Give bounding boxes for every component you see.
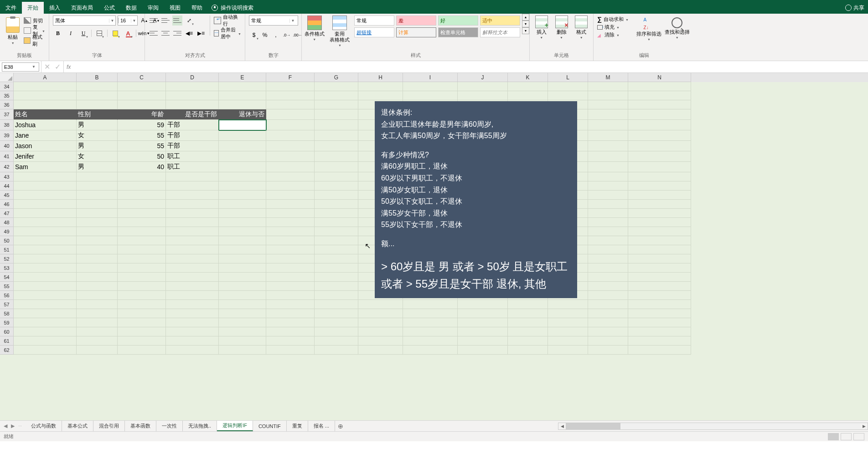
cell[interactable] bbox=[315, 309, 358, 318]
cell[interactable] bbox=[315, 162, 358, 172]
menu-insert[interactable]: 插入 bbox=[44, 2, 66, 14]
cell[interactable] bbox=[628, 218, 691, 227]
cell[interactable] bbox=[588, 218, 628, 227]
fill-color-button[interactable]: ▼ bbox=[110, 28, 120, 38]
cell[interactable] bbox=[166, 336, 219, 346]
cell[interactable]: 男 bbox=[77, 141, 118, 151]
cell[interactable]: 55 bbox=[118, 141, 166, 151]
cell[interactable] bbox=[588, 300, 628, 309]
cell[interactable] bbox=[628, 346, 691, 355]
style-hyperlink[interactable]: 超链接 bbox=[354, 27, 394, 37]
percent-button[interactable]: % bbox=[260, 30, 270, 40]
cell[interactable] bbox=[77, 346, 118, 355]
cell[interactable] bbox=[588, 236, 628, 245]
cell[interactable] bbox=[266, 120, 315, 130]
cell[interactable] bbox=[458, 327, 508, 336]
font-color-button[interactable]: A▼ bbox=[123, 28, 133, 38]
cell[interactable] bbox=[548, 318, 588, 327]
cell[interactable] bbox=[315, 109, 358, 120]
comma-button[interactable]: , bbox=[271, 30, 281, 40]
column-header[interactable]: B bbox=[77, 73, 118, 82]
cell[interactable] bbox=[588, 263, 628, 273]
wrap-text-button[interactable]: 自动换行 bbox=[214, 15, 241, 26]
cell[interactable]: Jason bbox=[14, 141, 77, 151]
cell[interactable] bbox=[219, 151, 266, 162]
column-header[interactable]: F bbox=[266, 73, 315, 82]
cell[interactable] bbox=[219, 309, 266, 318]
menu-review[interactable]: 审阅 bbox=[142, 2, 164, 14]
phonetic-button[interactable]: wén▼ bbox=[139, 28, 149, 38]
cell[interactable] bbox=[403, 309, 458, 318]
cell[interactable] bbox=[219, 130, 266, 141]
cell[interactable] bbox=[628, 109, 691, 120]
cell[interactable]: 59 bbox=[118, 120, 166, 130]
row-header[interactable]: 37 bbox=[0, 109, 14, 120]
cell[interactable]: 职工 bbox=[166, 151, 219, 162]
cell[interactable] bbox=[458, 346, 508, 355]
cell[interactable] bbox=[266, 236, 315, 245]
column-header[interactable]: M bbox=[588, 73, 628, 82]
cell[interactable] bbox=[14, 336, 77, 346]
cell[interactable] bbox=[266, 218, 315, 227]
cell[interactable] bbox=[166, 318, 219, 327]
cell[interactable] bbox=[118, 91, 166, 100]
increase-decimal-button[interactable]: .0→ bbox=[282, 30, 292, 40]
cell[interactable] bbox=[458, 318, 508, 327]
sheet-tab[interactable]: 混合引用 bbox=[93, 421, 125, 431]
cell[interactable]: 干部 bbox=[166, 141, 219, 151]
cell[interactable] bbox=[628, 151, 691, 162]
cell[interactable] bbox=[315, 151, 358, 162]
cell[interactable] bbox=[266, 318, 315, 327]
clear-button[interactable]: 清除▼ bbox=[597, 31, 635, 38]
row-header[interactable]: 38 bbox=[0, 120, 14, 130]
cell[interactable] bbox=[315, 91, 358, 100]
cell[interactable] bbox=[219, 82, 266, 91]
cell[interactable] bbox=[628, 336, 691, 346]
cell[interactable] bbox=[403, 318, 458, 327]
sort-filter-button[interactable]: 排序和筛选▼ bbox=[635, 15, 663, 41]
underline-button[interactable]: U▼ bbox=[78, 28, 88, 38]
column-header[interactable]: D bbox=[166, 73, 219, 82]
cell[interactable]: 55 bbox=[118, 130, 166, 141]
cell[interactable] bbox=[403, 346, 458, 355]
accounting-button[interactable]: $▼ bbox=[249, 30, 259, 40]
cell[interactable] bbox=[358, 327, 403, 336]
sheet-tab[interactable]: 重复 bbox=[287, 421, 308, 431]
menu-file[interactable]: 文件 bbox=[0, 2, 22, 14]
cell[interactable] bbox=[588, 318, 628, 327]
cell[interactable] bbox=[219, 91, 266, 100]
cell[interactable] bbox=[315, 327, 358, 336]
cell[interactable]: 50 bbox=[118, 151, 166, 162]
delete-cells-button[interactable]: 删除▼ bbox=[552, 14, 572, 39]
cell[interactable] bbox=[403, 327, 458, 336]
cell[interactable] bbox=[588, 172, 628, 181]
cell[interactable] bbox=[588, 327, 628, 336]
cell[interactable] bbox=[118, 273, 166, 282]
style-explanatory[interactable]: 解释性文本 bbox=[480, 27, 520, 37]
cell[interactable] bbox=[118, 309, 166, 318]
cell[interactable] bbox=[166, 273, 219, 282]
menu-formulas[interactable]: 公式 bbox=[98, 2, 120, 14]
cell[interactable] bbox=[315, 346, 358, 355]
table-format-button[interactable]: 套用 表格格式▼ bbox=[327, 14, 353, 47]
style-calculation[interactable]: 计算 bbox=[396, 27, 436, 37]
cell[interactable] bbox=[77, 300, 118, 309]
cell[interactable] bbox=[166, 91, 219, 100]
cell[interactable] bbox=[315, 130, 358, 141]
cell[interactable] bbox=[508, 82, 548, 91]
cell[interactable] bbox=[628, 100, 691, 109]
row-header[interactable]: 53 bbox=[0, 263, 14, 273]
row-header[interactable]: 55 bbox=[0, 282, 14, 291]
font-name-combo[interactable]: 黑体▼ bbox=[53, 15, 116, 26]
cell[interactable] bbox=[14, 346, 77, 355]
cell[interactable] bbox=[508, 327, 548, 336]
row-header[interactable]: 36 bbox=[0, 100, 14, 109]
italic-button[interactable]: I bbox=[66, 28, 76, 38]
cell[interactable] bbox=[315, 318, 358, 327]
cell[interactable] bbox=[166, 291, 219, 300]
cell[interactable] bbox=[118, 300, 166, 309]
cell[interactable] bbox=[118, 200, 166, 209]
cell[interactable]: 姓名 bbox=[14, 109, 77, 120]
cell[interactable] bbox=[315, 181, 358, 191]
cell[interactable] bbox=[548, 91, 588, 100]
